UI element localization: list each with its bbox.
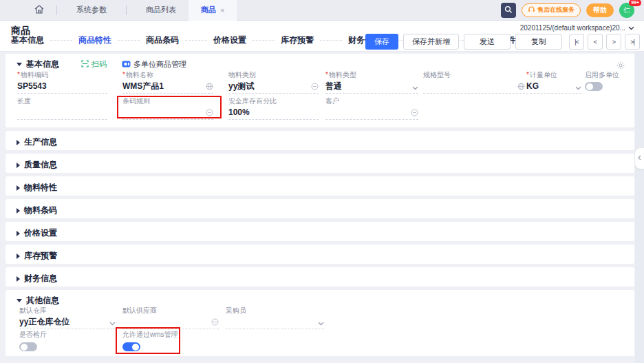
- search-icon: [504, 4, 513, 17]
- tab-system-params[interactable]: 系统参数: [64, 0, 119, 21]
- enable-multi-unit-toggle[interactable]: [585, 82, 603, 91]
- tab-product-traits[interactable]: 商品特性: [78, 34, 111, 46]
- step-connector: [253, 40, 275, 41]
- expand-caret-icon[interactable]: [17, 163, 20, 168]
- section-material-barcode[interactable]: 物料条码: [6, 199, 634, 218]
- field-label: 物料名称: [122, 70, 213, 80]
- field-label: 默认仓库: [19, 306, 116, 315]
- allow-wms-toggle[interactable]: [122, 342, 140, 351]
- field-enable-multi-unit: 启用多单位: [585, 70, 627, 94]
- step-connector: [50, 40, 72, 41]
- section-production-info[interactable]: 生产信息: [6, 131, 634, 150]
- copy-button[interactable]: 复制: [515, 34, 562, 50]
- field-length[interactable]: 长度: [17, 96, 107, 120]
- field-value: WMS产品1: [122, 80, 213, 92]
- tab-stock-warning[interactable]: 库存预警: [281, 34, 314, 46]
- section-title: 财务信息: [24, 273, 57, 284]
- workspace-selector[interactable]: 20201125/(default workspace)20...: [520, 24, 634, 32]
- headset-icon: [528, 6, 535, 14]
- home-button[interactable]: [29, 0, 50, 21]
- globe-icon[interactable]: [206, 83, 213, 90]
- field-value: [423, 80, 525, 92]
- tab-price-settings[interactable]: 价格设置: [213, 34, 246, 46]
- section-finance-info[interactable]: 财务信息: [6, 267, 634, 287]
- section-stock-warning[interactable]: 库存预警: [6, 245, 634, 264]
- section-basic-info: 基本信息 扫码 多单位商品管理 物料编码: [6, 54, 634, 127]
- field-value: [17, 106, 107, 118]
- expand-caret-icon[interactable]: [17, 231, 20, 236]
- step-connector: [320, 40, 342, 41]
- field-label: 客户: [325, 96, 418, 106]
- collapse-panel-handle[interactable]: [635, 148, 644, 169]
- field-purchaser[interactable]: 采购员: [226, 306, 324, 329]
- field-unit-of-measure[interactable]: 计量单位 KG: [526, 70, 581, 94]
- field-label: 长度: [17, 96, 107, 106]
- expand-caret-icon[interactable]: [17, 253, 20, 259]
- section-title: 生产信息: [24, 136, 57, 148]
- chevron-down-icon[interactable]: [412, 86, 418, 90]
- field-label: 安全库存百分比: [228, 96, 319, 106]
- section-quality-info[interactable]: 质量信息: [6, 154, 634, 173]
- expand-caret-icon[interactable]: [17, 140, 20, 145]
- section-material-traits[interactable]: 物料特性: [6, 176, 634, 196]
- chevron-down-icon[interactable]: [575, 86, 581, 90]
- scan-icon: [81, 60, 89, 69]
- field-safety-stock-percentage[interactable]: 安全库存百分比 100%: [228, 96, 319, 120]
- send-button[interactable]: 发送: [464, 34, 511, 50]
- field-barcode-rule[interactable]: 条码规则: [122, 96, 213, 120]
- field-value: 100%: [228, 106, 319, 118]
- collapse-caret-icon[interactable]: [17, 299, 22, 302]
- field-material-type[interactable]: 物料类型 普通: [325, 70, 418, 94]
- last-page-button[interactable]: >|: [625, 34, 640, 50]
- field-material-code[interactable]: 物料编码 SP5543: [17, 70, 107, 94]
- field-value: SP5543: [17, 80, 107, 92]
- section-price-settings[interactable]: 价格设置: [6, 222, 634, 241]
- workspace-label: 20201125/(default workspace)20...: [520, 24, 625, 32]
- multi-unit-management-link[interactable]: 多单位商品管理: [122, 59, 186, 70]
- field-spec-model[interactable]: 规格型号: [423, 70, 525, 94]
- save-button[interactable]: 保存: [365, 34, 398, 50]
- search-button[interactable]: [501, 3, 516, 18]
- chevron-down-icon[interactable]: [109, 322, 116, 326]
- divider: [126, 6, 127, 15]
- field-material-name[interactable]: 物料名称 WMS产品1: [122, 70, 213, 94]
- first-page-button[interactable]: |<: [569, 34, 584, 50]
- lookup-icon[interactable]: [206, 109, 213, 116]
- save-and-new-button[interactable]: 保存并新增: [403, 34, 459, 50]
- app-window: 系统参数 商品列表 商品 × 售后在线服务 帮助 仁 99+: [0, 0, 644, 363]
- tab-product-barcode[interactable]: 商品条码: [146, 34, 179, 46]
- tab-basic-info[interactable]: 基本信息: [11, 34, 44, 46]
- lookup-icon[interactable]: [411, 109, 418, 116]
- globe-icon[interactable]: [517, 83, 525, 90]
- field-value: [122, 315, 219, 328]
- field-default-supplier[interactable]: 默认供应商: [122, 306, 219, 329]
- expand-caret-icon[interactable]: [17, 208, 20, 214]
- field-customer[interactable]: 客户: [325, 96, 418, 120]
- prev-page-button[interactable]: <: [588, 34, 603, 50]
- tab-product-list[interactable]: 商品列表: [133, 0, 189, 21]
- expand-caret-icon[interactable]: [17, 185, 20, 191]
- field-default-warehouse[interactable]: 默认仓库 yy正仓库仓位: [19, 306, 116, 329]
- scan-code-link[interactable]: 扫码: [81, 59, 107, 70]
- lookup-icon[interactable]: [211, 318, 219, 326]
- chevron-down-icon[interactable]: [318, 322, 324, 326]
- expand-caret-icon[interactable]: [17, 276, 20, 282]
- section-title[interactable]: 基本信息: [26, 59, 59, 70]
- chevron-down-icon: [628, 24, 634, 32]
- step-connector: [185, 40, 207, 41]
- section-title[interactable]: 其他信息: [26, 295, 59, 307]
- field-label: 物料类别: [228, 70, 319, 80]
- after-sales-service-button[interactable]: 售后在线服务: [522, 3, 581, 17]
- section-title: 价格设置: [24, 227, 57, 239]
- field-label: 默认供应商: [122, 306, 219, 315]
- lookup-icon[interactable]: [311, 83, 319, 90]
- page-header: 商品 20201125/(default workspace)20... 基本信…: [0, 21, 644, 52]
- field-material-category[interactable]: 物料类别 yy测试: [228, 70, 319, 94]
- close-tab-icon[interactable]: ×: [220, 6, 224, 14]
- next-page-button[interactable]: >: [606, 34, 621, 50]
- tab-product-active[interactable]: 商品 ×: [189, 0, 237, 21]
- weight-check-toggle[interactable]: [19, 342, 37, 351]
- collapse-caret-icon[interactable]: [17, 63, 22, 66]
- help-button[interactable]: 帮助: [586, 3, 614, 17]
- field-value: yy正仓库仓位: [19, 315, 116, 328]
